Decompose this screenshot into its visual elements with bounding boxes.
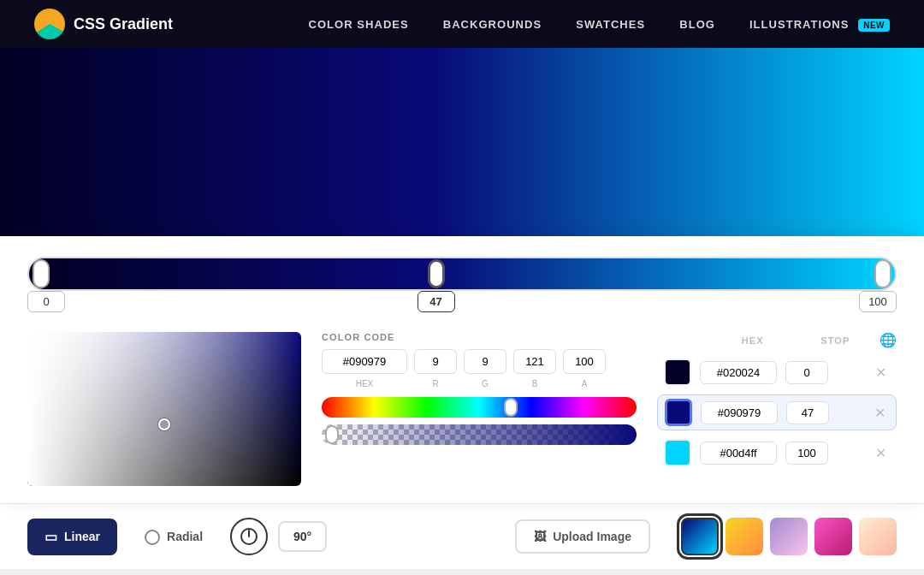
preset-5[interactable] xyxy=(859,518,897,555)
radial-button[interactable]: Radial xyxy=(127,519,220,555)
logo-text: CSS Gradient xyxy=(74,15,173,33)
radio-circle xyxy=(145,530,160,545)
swatch-close-1[interactable]: ✕ xyxy=(872,365,890,381)
swatch-stop-2[interactable] xyxy=(786,401,829,424)
hue-handle[interactable] xyxy=(504,398,518,417)
handle-right[interactable] xyxy=(874,259,891,288)
main-panel: 0 47 100 COLOR CODE HEX R xyxy=(0,236,924,503)
linear-button[interactable]: ▭ Linear xyxy=(27,519,117,555)
radio-inner xyxy=(149,534,156,541)
nav-links: COLOR SHADES BACKGROUNDS SWATCHES BLOG I… xyxy=(309,18,890,31)
nav-swatches[interactable]: SWATCHES xyxy=(576,18,645,31)
g-input[interactable] xyxy=(464,349,506,374)
color-canvas[interactable] xyxy=(27,332,301,486)
bottom-toolbar: ▭ Linear Radial 90° 🖼 Upload Image xyxy=(0,503,924,569)
color-code-section: COLOR CODE HEX R G B A xyxy=(322,332,637,486)
canvas-white-overlay xyxy=(27,332,301,486)
swatch-stop-3[interactable] xyxy=(785,442,828,465)
color-code-label: COLOR CODE xyxy=(322,332,637,342)
hex-input[interactable] xyxy=(322,349,407,374)
swatch-stop-1[interactable] xyxy=(785,361,828,384)
radial-icon xyxy=(145,529,160,545)
g-sublabel: G xyxy=(464,379,506,388)
swatch-row-active: ✕ xyxy=(657,394,897,430)
swatch-row-3: ✕ xyxy=(657,436,897,470)
stop-col-label: STOP xyxy=(814,335,856,346)
preset-1[interactable] xyxy=(681,518,719,555)
bar-labels: 0 47 100 xyxy=(27,291,897,318)
label-mid: 47 xyxy=(418,291,455,312)
swatch-color-3[interactable] xyxy=(664,439,691,466)
gradient-bar[interactable] xyxy=(27,257,897,291)
new-badge: NEW xyxy=(858,19,890,32)
nav-color-shades[interactable]: COLOR SHADES xyxy=(309,18,409,31)
swatch-hex-3[interactable] xyxy=(700,442,777,465)
swatch-color-1[interactable] xyxy=(664,359,691,386)
b-input[interactable] xyxy=(513,349,556,374)
hex-col-label: HEX xyxy=(714,335,791,346)
nav-blog[interactable]: BLOG xyxy=(679,18,715,31)
editor-area: COLOR CODE HEX R G B A xyxy=(27,332,897,486)
opacity-handle[interactable] xyxy=(325,425,339,444)
nav-illustrations[interactable]: ILLUSTRATIONS NEW xyxy=(749,18,890,31)
hero-gradient xyxy=(0,48,924,236)
color-cursor xyxy=(158,418,170,430)
preset-swatches xyxy=(681,518,897,555)
handle-mid[interactable] xyxy=(428,259,445,288)
color-input-labels: HEX R G B A xyxy=(322,379,637,388)
color-picker-section xyxy=(27,332,301,486)
angle-input[interactable]: 90° xyxy=(278,521,327,552)
label-right: 100 xyxy=(859,291,897,312)
preset-4[interactable] xyxy=(814,518,852,555)
upload-icon: 🖼 xyxy=(534,530,546,543)
hex-sublabel: HEX xyxy=(322,379,407,388)
swatch-row: ✕ xyxy=(657,355,897,389)
label-left: 0 xyxy=(27,291,65,312)
swatch-close-2[interactable]: ✕ xyxy=(871,405,889,421)
r-input[interactable] xyxy=(414,349,457,374)
globe-icon: 🌐 xyxy=(880,332,897,348)
opacity-slider[interactable] xyxy=(322,424,637,445)
swatches-section: HEX STOP 🌐 ✕ ✕ xyxy=(657,332,897,486)
swatch-color-2[interactable] xyxy=(665,399,692,426)
logo-mark xyxy=(34,9,65,39)
a-input[interactable] xyxy=(563,349,606,374)
color-inputs-row xyxy=(322,349,637,374)
linear-icon: ▭ xyxy=(44,529,57,545)
r-sublabel: R xyxy=(414,379,457,388)
swatches-header: HEX STOP 🌐 xyxy=(657,332,897,348)
swatch-hex-2[interactable] xyxy=(701,401,778,424)
swatch-hex-1[interactable] xyxy=(700,361,777,384)
angle-circle-icon xyxy=(240,527,258,546)
preset-3[interactable] xyxy=(770,518,808,555)
hue-slider[interactable] xyxy=(322,397,637,418)
preset-2[interactable] xyxy=(726,518,763,555)
angle-circle-button[interactable] xyxy=(230,518,268,555)
swatch-close-3[interactable]: ✕ xyxy=(872,445,890,461)
gradient-bar-container: 0 47 100 xyxy=(27,257,897,318)
a-sublabel: A xyxy=(563,379,606,388)
nav-backgrounds[interactable]: BACKGROUNDS xyxy=(443,18,542,31)
b-sublabel: B xyxy=(513,379,556,388)
upload-image-button[interactable]: 🖼 Upload Image xyxy=(515,519,650,554)
handle-left[interactable] xyxy=(33,259,50,288)
navbar: CSS Gradient COLOR SHADES BACKGROUNDS SW… xyxy=(0,0,924,48)
